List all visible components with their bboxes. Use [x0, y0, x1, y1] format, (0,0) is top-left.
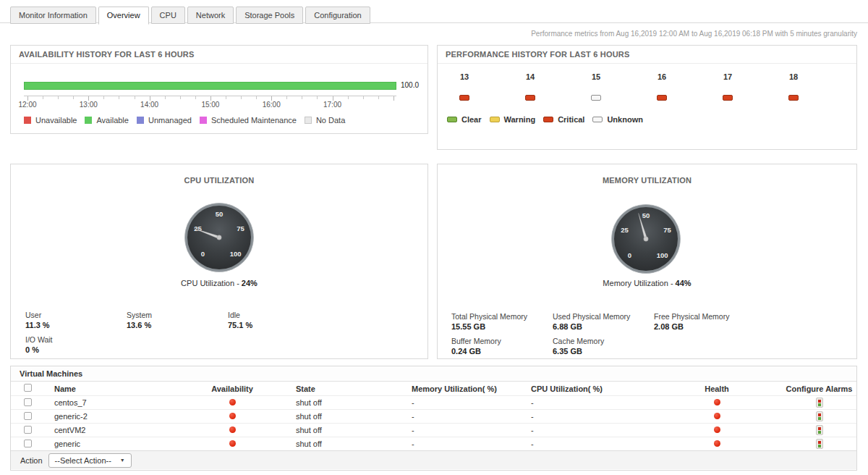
stat-value: 6.35 GB — [553, 347, 654, 356]
vm-memory-utilization: - — [401, 412, 521, 421]
vm-state: shut off — [254, 412, 401, 421]
health-critical-icon — [714, 440, 720, 447]
availability-legend: UnavailableAvailableUnmanagedScheduled M… — [24, 116, 345, 125]
legend-item-critical: Critical — [543, 115, 584, 124]
cpu-caption-value: 24% — [242, 279, 258, 287]
row-checkbox[interactable] — [24, 398, 32, 406]
tab-storage-pools[interactable]: Storage Pools — [236, 7, 303, 24]
table-row-generic[interactable]: genericshut off-- — [11, 437, 856, 450]
configure-alarms-icon[interactable] — [816, 398, 823, 408]
stat-label: Buffer Memory — [451, 337, 553, 345]
tab-cpu[interactable]: CPU — [151, 7, 185, 24]
hour-label: 15 — [582, 72, 610, 81]
health-cell — [714, 398, 720, 407]
stat-label: Idle — [228, 311, 329, 319]
legend-swatch-available — [85, 117, 92, 124]
configure-alarms-cell — [816, 425, 823, 435]
vm-cpu-utilization: - — [521, 398, 652, 407]
vm-name: centVM2 — [44, 426, 210, 434]
header-name: Name — [44, 384, 210, 393]
tab-bar: Monitor InformationOverviewCPUNetworkSto… — [10, 7, 370, 24]
table-row-centos-7[interactable]: centos_7shut off-- — [11, 396, 856, 410]
legend-swatch-unavailable — [24, 117, 31, 124]
stat-label: Used Physical Memory — [553, 312, 654, 321]
axis-tick — [165, 96, 166, 99]
stat-value: 11.3 % — [25, 321, 127, 329]
configure-alarms-icon[interactable] — [816, 425, 823, 435]
select-all-checkbox[interactable] — [24, 384, 32, 392]
memory-stats-row-2: Buffer Memory0.24 GBCache Memory6.35 GB — [451, 337, 654, 356]
stat-value: 15.55 GB — [451, 322, 553, 331]
x-tick-label: 12:00 — [18, 101, 36, 109]
memory-gauge: 0255075100 — [610, 203, 682, 275]
legend-label: Unmanaged — [148, 116, 192, 125]
axis-tick — [256, 96, 257, 99]
tab-overview[interactable]: Overview — [98, 7, 149, 25]
availability-down-icon — [229, 440, 236, 447]
legend-item-scheduled-maintenance: Scheduled Maintenance — [200, 116, 297, 125]
row-checkbox[interactable] — [24, 426, 32, 434]
stat-label: Total Physical Memory — [451, 312, 553, 321]
legend-label: Available — [96, 116, 128, 125]
performance-hour-15: 15 — [582, 72, 610, 101]
legend-swatch-unmanaged — [137, 117, 144, 124]
stat-label: Free Physical Memory — [654, 312, 755, 321]
performance-hour-14: 14 — [516, 72, 545, 101]
svg-text:100: 100 — [657, 251, 668, 259]
memory-panel-title: MEMORY UTILIZATION — [438, 164, 856, 189]
cpu-panel-title: CPU UTILIZATION — [11, 164, 427, 189]
tab-monitor-information[interactable]: Monitor Information — [10, 7, 96, 24]
tab-configuration[interactable]: Configuration — [305, 7, 370, 24]
performance-history-panel: PERFORMANCE HISTORY FOR LAST 6 HOURS 131… — [437, 45, 857, 150]
legend-swatch-no-data — [305, 117, 312, 124]
axis-tick — [302, 96, 302, 99]
memory-gauge-caption: Memory Utilization - 44% — [438, 279, 856, 287]
legend-label: Clear — [461, 115, 482, 124]
axis-tick — [135, 96, 135, 99]
legend-swatch-critical — [543, 117, 553, 122]
performance-hour-17: 17 — [713, 72, 742, 101]
vm-table-header: NameAvailabilityStateMemory Utilization(… — [11, 382, 856, 396]
configure-alarms-icon[interactable] — [816, 439, 823, 449]
stat-value: 13.6 % — [127, 321, 228, 329]
axis-tick — [241, 96, 242, 99]
axis-tick — [119, 96, 119, 99]
x-tick-label: 16:00 — [263, 101, 281, 109]
monitor-overview-page: { "tabs": [ {"label": "Monitor Informati… — [0, 0, 868, 475]
stat-value: 0.24 GB — [451, 347, 553, 356]
svg-text:25: 25 — [621, 226, 629, 234]
svg-text:0: 0 — [201, 250, 205, 258]
row-checkbox-cell — [24, 398, 32, 408]
configure-alarms-cell — [816, 411, 823, 421]
status-square-critical — [459, 95, 469, 101]
availability-panel-title: AVAILABILITY HISTORY FOR LAST 6 HOURS — [11, 46, 427, 64]
vm-state: shut off — [254, 440, 401, 448]
alarm-red-dot — [818, 441, 821, 444]
cpu-stats-row-2: I/O Wait0 % — [25, 335, 127, 354]
availability-cell — [229, 426, 236, 434]
availability-history-panel: AVAILABILITY HISTORY FOR LAST 6 HOURS 10… — [10, 45, 428, 134]
row-checkbox[interactable] — [24, 440, 32, 447]
svg-text:50: 50 — [642, 211, 650, 219]
action-select-value: --Select Action-- — [55, 456, 111, 465]
tab-network[interactable]: Network — [187, 7, 234, 24]
cpu-caption-text: CPU Utilization - — [181, 279, 242, 287]
configure-alarms-icon[interactable] — [816, 411, 823, 421]
stat-used-physical-memory: Used Physical Memory6.88 GB — [553, 312, 654, 331]
memory-utilization-panel: MEMORY UTILIZATION 0255075100 Memory Uti… — [437, 164, 857, 359]
legend-item-no-data: No Data — [305, 116, 345, 125]
vm-name: centos_7 — [44, 398, 210, 407]
stat-idle: Idle75.1 % — [228, 311, 329, 329]
availability-bar-value: 100.0 — [401, 81, 419, 89]
table-row-centvm2[interactable]: centVM2shut off-- — [11, 424, 856, 437]
health-critical-icon — [714, 413, 720, 419]
action-select[interactable]: --Select Action-- ▼ — [48, 453, 132, 468]
table-row-generic-2[interactable]: generic-2shut off-- — [11, 410, 856, 424]
vm-name: generic-2 — [44, 412, 210, 421]
axis-tick — [378, 96, 379, 99]
row-checkbox-cell — [24, 412, 32, 421]
status-square-critical — [657, 95, 667, 101]
row-checkbox[interactable] — [24, 412, 32, 420]
svg-text:75: 75 — [663, 226, 671, 234]
alarm-red-dot — [818, 427, 821, 430]
